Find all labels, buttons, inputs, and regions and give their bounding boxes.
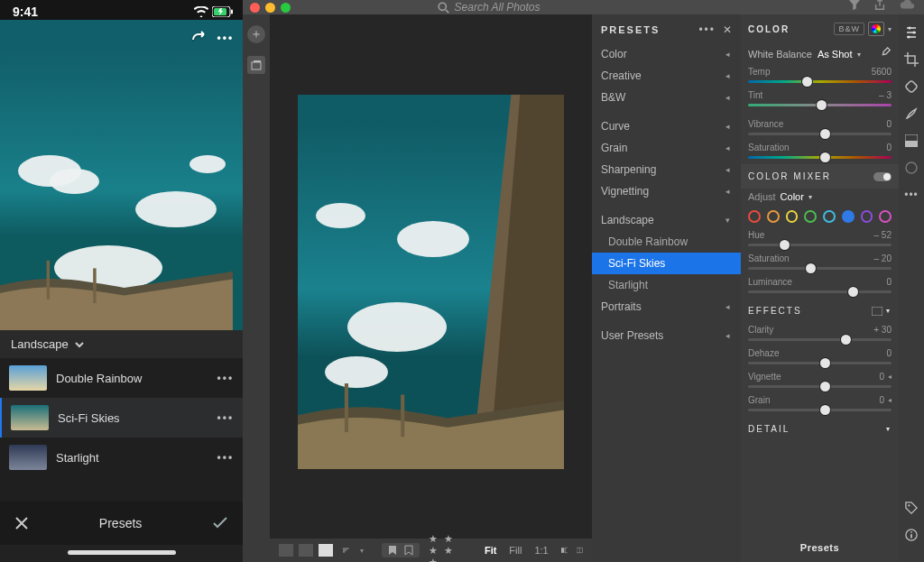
radial-gradient-icon[interactable] xyxy=(904,161,919,175)
cloud-icon[interactable] xyxy=(899,0,915,11)
brush-icon[interactable] xyxy=(904,106,919,121)
share-icon[interactable] xyxy=(873,0,886,11)
more-tools-icon[interactable]: ••• xyxy=(904,188,919,202)
preset-group[interactable]: Color◂ xyxy=(592,43,741,65)
preset-group[interactable]: User Presets◂ xyxy=(592,325,741,346)
more-icon[interactable]: ••• xyxy=(698,23,716,36)
luminance-slider[interactable]: Luminance0 xyxy=(741,275,899,299)
mobile-preset-item[interactable]: Sci-Fi Skies ••• xyxy=(0,398,243,438)
color-swatch[interactable] xyxy=(861,210,873,223)
detail-title[interactable]: DETAIL▾ xyxy=(741,417,899,441)
edit-sliders-icon[interactable] xyxy=(904,25,919,40)
color-swatch[interactable] xyxy=(879,210,892,223)
close-window-icon[interactable] xyxy=(250,3,260,13)
bridge-silhouette xyxy=(298,357,564,470)
eyedropper-icon[interactable] xyxy=(879,47,892,61)
color-swatch[interactable] xyxy=(823,210,836,223)
close-icon[interactable] xyxy=(14,516,29,530)
window-controls[interactable] xyxy=(250,3,291,13)
temp-slider[interactable]: Temp5600 xyxy=(741,65,899,88)
close-panel-icon[interactable]: ✕ xyxy=(723,23,732,36)
sort-icon[interactable] xyxy=(342,545,351,556)
preset-group[interactable]: Creative◂ xyxy=(592,65,741,87)
battery-icon xyxy=(212,6,234,17)
color-swatch[interactable] xyxy=(804,210,817,223)
effects-view-icon[interactable] xyxy=(872,307,882,316)
library-icon[interactable] xyxy=(247,56,265,74)
more-icon[interactable]: ••• xyxy=(217,372,235,384)
effects-title: EFFECTS ▾ xyxy=(741,299,899,323)
mixer-adjust-select[interactable]: Adjust Color ▾ xyxy=(741,189,899,205)
presets-panel: PRESETS ••• ✕ Color◂ Creative◂ B&W◂ Curv… xyxy=(592,14,741,562)
main-photo[interactable] xyxy=(298,95,564,469)
flag-pick-icon[interactable] xyxy=(387,545,398,556)
zoom-fit-group[interactable]: Fit Fill 1:1 xyxy=(481,545,552,556)
rating-stars[interactable]: ★ ★ ★ ★ ★ xyxy=(429,533,463,563)
color-swatch[interactable] xyxy=(786,210,799,223)
mobile-status-bar: 9:41 xyxy=(0,0,243,20)
white-balance-select[interactable]: White Balance As Shot ▾ xyxy=(741,43,899,65)
svg-point-23 xyxy=(908,504,910,506)
svg-rect-7 xyxy=(254,60,261,62)
clarity-slider[interactable]: Clarity+ 30 xyxy=(741,323,899,346)
preset-group-expanded[interactable]: Landscape▾ xyxy=(592,209,741,231)
color-swatch[interactable] xyxy=(748,210,761,223)
check-icon[interactable] xyxy=(212,517,228,530)
vignette-slider[interactable]: Vignette0◂ xyxy=(741,370,899,393)
preset-group[interactable]: Curve◂ xyxy=(592,115,741,137)
presets-footer-button[interactable]: Presets xyxy=(741,533,899,562)
grid-view-icon[interactable] xyxy=(279,544,293,557)
preset-group[interactable]: Portraits◂ xyxy=(592,296,741,318)
more-icon[interactable]: ••• xyxy=(217,411,235,424)
preset-group[interactable]: B&W◂ xyxy=(592,87,741,108)
preset-item[interactable]: Starlight xyxy=(592,274,741,296)
detail-view-icon[interactable] xyxy=(319,544,333,557)
color-profile-icon[interactable] xyxy=(868,22,884,36)
dehaze-slider[interactable]: Dehaze0 xyxy=(741,346,899,370)
original-icon[interactable] xyxy=(577,545,583,556)
healing-icon[interactable] xyxy=(904,79,919,94)
grain-slider[interactable]: Grain0◂ xyxy=(741,393,899,417)
preset-item-selected[interactable]: Sci-Fi Skies xyxy=(592,253,741,274)
vibrance-slider[interactable]: Vibrance0 xyxy=(741,117,899,141)
redo-icon[interactable] xyxy=(190,31,208,45)
color-mixer-toggle[interactable] xyxy=(873,172,892,181)
color-swatch[interactable] xyxy=(767,210,780,223)
color-swatch[interactable] xyxy=(842,210,855,223)
before-after-icon[interactable] xyxy=(561,545,568,556)
add-photo-icon[interactable]: ＋ xyxy=(247,25,265,43)
more-icon[interactable]: ••• xyxy=(217,32,235,44)
info-icon[interactable] xyxy=(904,528,919,542)
flag-reject-icon[interactable] xyxy=(403,545,414,556)
bridge-silhouette xyxy=(0,237,233,330)
saturation-slider[interactable]: Saturation0 xyxy=(741,141,899,164)
tag-icon[interactable] xyxy=(904,501,919,515)
preset-item[interactable]: Double Rainbow xyxy=(592,231,741,253)
canvas-area: ▾ ★ ★ ★ ★ ★ Fit Fill 1:1 xyxy=(270,14,592,562)
preset-group[interactable]: Vignetting◂ xyxy=(592,180,741,202)
more-icon[interactable]: ••• xyxy=(217,451,235,464)
svg-rect-3 xyxy=(47,261,50,299)
minimize-window-icon[interactable] xyxy=(265,3,275,13)
svg-rect-21 xyxy=(905,141,918,147)
hue-slider[interactable]: Hue– 52 xyxy=(741,228,899,252)
mobile-preset-item[interactable]: Double Rainbow ••• xyxy=(0,358,243,398)
crop-icon[interactable] xyxy=(904,52,919,67)
bw-toggle[interactable]: B&W xyxy=(834,23,864,35)
compare-view-icon[interactable] xyxy=(299,544,313,557)
color-mixer-title: COLOR MIXER xyxy=(741,164,899,189)
linear-gradient-icon[interactable] xyxy=(904,134,919,148)
preset-group[interactable]: Grain◂ xyxy=(592,137,741,159)
view-mode-group xyxy=(279,544,333,557)
mobile-preset-item[interactable]: Starlight ••• xyxy=(0,438,243,477)
mix-saturation-slider[interactable]: Saturation– 20 xyxy=(741,252,899,275)
svg-point-5 xyxy=(439,3,446,10)
preset-group[interactable]: Sharpening◂ xyxy=(592,159,741,180)
filter-icon[interactable] xyxy=(848,0,861,11)
mobile-preset-group[interactable]: Landscape xyxy=(0,330,243,358)
svg-point-22 xyxy=(906,162,917,173)
tint-slider[interactable]: Tint– 3 xyxy=(741,88,899,112)
svg-point-17 xyxy=(912,31,915,33)
mobile-preset-list: Double Rainbow ••• Sci-Fi Skies ••• Star… xyxy=(0,358,243,502)
maximize-window-icon[interactable] xyxy=(281,3,291,13)
